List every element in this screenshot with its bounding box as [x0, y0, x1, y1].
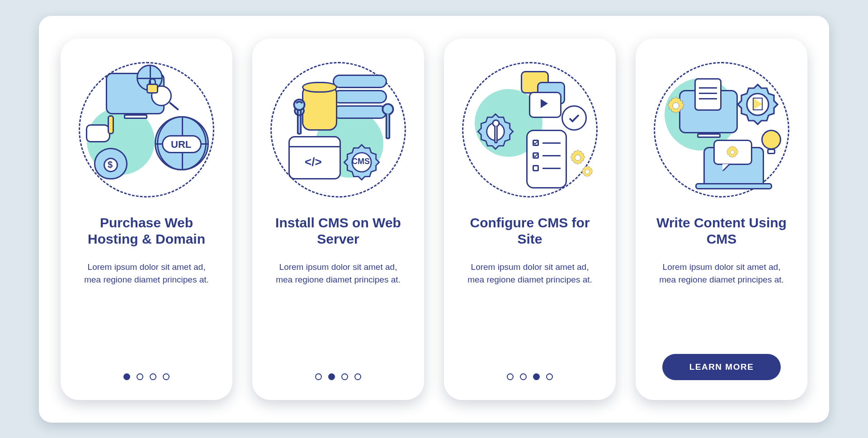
pagination-dots — [315, 373, 361, 380]
onboarding-card: URL $ Purchase Web Hosting & Domain Lore… — [61, 38, 232, 400]
onboarding-stage: URL $ Purchase Web Hosting & Domain Lore… — [39, 16, 829, 423]
dot-3[interactable] — [150, 373, 156, 380]
install-cms-server-icon: </> CMS — [270, 62, 406, 198]
card-title: Install CMS on Web Server — [268, 214, 409, 248]
card-title: Write Content Using CMS — [651, 214, 792, 248]
svg-point-5 — [575, 155, 580, 160]
dot-2[interactable] — [520, 373, 527, 380]
card-title: Purchase Web Hosting & Domain — [76, 214, 217, 248]
dot-1[interactable] — [123, 373, 130, 380]
dot-3[interactable] — [533, 373, 540, 380]
onboarding-card: </> CMS Install CMS on Web Server Lorem … — [252, 38, 424, 400]
svg-point-1 — [382, 104, 393, 114]
svg-point-9 — [731, 150, 735, 154]
svg-point-4 — [493, 120, 499, 126]
pagination-dots — [123, 373, 170, 380]
learn-more-button[interactable]: LEARN MORE — [662, 354, 781, 380]
onboarding-card: Write Content Using CMS Lorem ipsum dolo… — [636, 38, 807, 400]
dot-2[interactable] — [137, 373, 143, 380]
cms-gear-label: CMS — [352, 157, 370, 166]
card-desc: Lorem ipsum dolor sit amet ad, mea regio… — [270, 261, 406, 287]
card-desc: Lorem ipsum dolor sit amet ad, mea regio… — [462, 261, 598, 287]
money-symbol-label: $ — [108, 160, 113, 170]
url-tag-label: URL — [171, 139, 191, 151]
svg-point-6 — [585, 170, 590, 174]
purchase-hosting-domain-icon: URL $ — [79, 62, 214, 198]
dot-4[interactable] — [546, 373, 553, 380]
dot-4[interactable] — [354, 373, 361, 380]
write-content-cms-icon — [654, 62, 789, 198]
dot-4[interactable] — [163, 373, 170, 380]
dot-3[interactable] — [341, 373, 348, 380]
configure-cms-site-icon — [462, 62, 598, 198]
card-desc: Lorem ipsum dolor sit amet ad, mea regio… — [654, 261, 789, 287]
svg-point-7 — [673, 103, 679, 109]
card-title: Configure CMS for Site — [459, 214, 600, 248]
pagination-dots — [507, 373, 553, 380]
code-brackets-label: </> — [305, 155, 322, 169]
dot-2[interactable] — [328, 373, 335, 380]
onboarding-card: Configure CMS for Site Lorem ipsum dolor… — [444, 38, 616, 400]
dot-1[interactable] — [315, 373, 322, 380]
card-desc: Lorem ipsum dolor sit amet ad, mea regio… — [79, 261, 214, 287]
dot-1[interactable] — [507, 373, 514, 380]
